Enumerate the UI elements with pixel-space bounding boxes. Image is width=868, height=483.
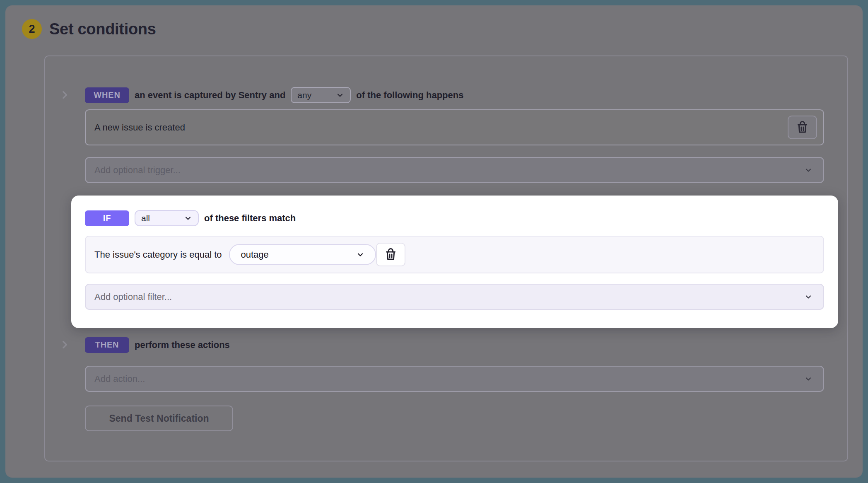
trash-icon: [796, 121, 809, 134]
filter-value-select[interactable]: outage: [229, 244, 376, 265]
if-match-value: all: [141, 213, 150, 223]
add-action-placeholder: Add action...: [94, 374, 145, 384]
when-badge: WHEN: [85, 87, 129, 103]
chevron-down-icon: [184, 214, 192, 222]
when-text-before: an event is captured by Sentry and: [135, 90, 285, 101]
add-optional-trigger-select[interactable]: Add optional trigger...: [85, 157, 824, 183]
if-filter-label: The issue's category is equal to: [94, 249, 222, 260]
page-title: Set conditions: [49, 20, 156, 38]
when-match-value: any: [297, 90, 311, 100]
then-badge: THEN: [85, 337, 129, 353]
if-condition-line: IF all of these filters match: [85, 210, 301, 226]
step-number-badge: 2: [22, 19, 42, 39]
when-match-select[interactable]: any: [291, 87, 351, 103]
chevron-down-icon: [336, 91, 344, 99]
chevron-down-icon: [804, 293, 813, 301]
trash-icon: [384, 248, 397, 261]
when-rule-label: A new issue is created: [94, 122, 185, 133]
delete-trigger-button[interactable]: [788, 116, 817, 139]
send-test-notification-button[interactable]: Send Test Notification: [85, 406, 233, 431]
if-filter-row: The issue's category is equal to outage: [85, 236, 824, 273]
if-badge: IF: [85, 210, 129, 226]
when-rule-row: A new issue is created: [85, 109, 824, 145]
filter-value: outage: [241, 249, 268, 260]
add-optional-filter-placeholder: Add optional filter...: [94, 292, 172, 302]
alert-rule-builder-page: { "step": { "number": "2", "title": "Set…: [0, 0, 868, 483]
if-text-after: of these filters match: [204, 213, 296, 224]
when-condition-line: WHEN an event is captured by Sentry and …: [85, 87, 469, 103]
if-section-spotlight: IF all of these filters match The issue'…: [71, 196, 838, 328]
step-heading: 2 Set conditions: [22, 19, 156, 39]
add-optional-filter-select[interactable]: Add optional filter...: [85, 284, 824, 310]
add-optional-trigger-placeholder: Add optional trigger...: [94, 165, 181, 176]
chevron-right-icon[interactable]: [59, 89, 70, 100]
chevron-right-icon[interactable]: [59, 339, 70, 350]
chevron-down-icon: [804, 166, 813, 174]
then-text-after: perform these actions: [135, 340, 230, 350]
chevron-down-icon: [804, 375, 813, 383]
dimmed-page-backdrop: 2 Set conditions WHEN an event is captur…: [5, 5, 863, 478]
delete-filter-button[interactable]: [376, 243, 405, 266]
add-action-select[interactable]: Add action...: [85, 366, 824, 392]
if-match-select[interactable]: all: [135, 210, 199, 226]
when-text-after: of the following happens: [356, 90, 463, 101]
chevron-down-icon: [356, 251, 364, 259]
conditions-panel: WHEN an event is captured by Sentry and …: [44, 56, 848, 461]
then-condition-line: THEN perform these actions: [85, 337, 235, 353]
